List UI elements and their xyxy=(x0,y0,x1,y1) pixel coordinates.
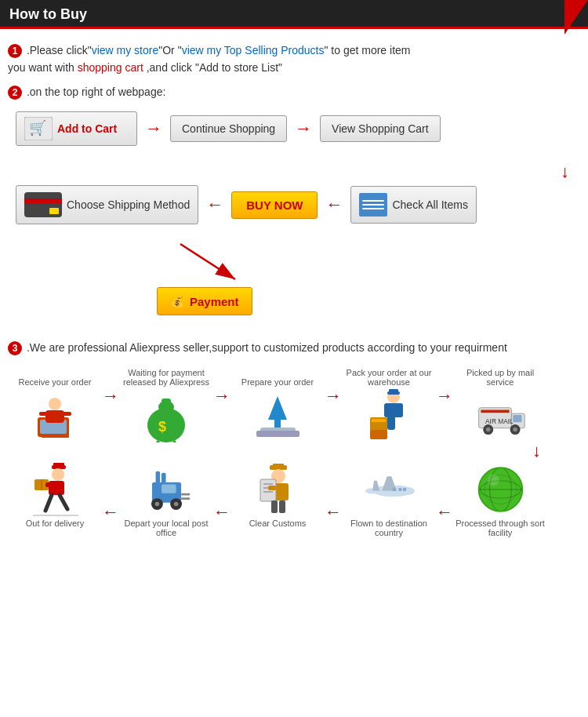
svg-rect-14 xyxy=(162,399,171,406)
payment-icon: 💰 xyxy=(170,294,185,308)
svg-rect-26 xyxy=(372,419,386,422)
continue-shopping-button[interactable]: Continue Shopping xyxy=(170,115,287,142)
svg-marker-73 xyxy=(372,481,379,491)
svg-rect-23 xyxy=(389,389,398,392)
proc-icon-10 xyxy=(475,464,526,515)
svg-rect-57 xyxy=(162,485,176,493)
step1-number: 1 xyxy=(8,44,22,58)
card-icon xyxy=(24,192,62,217)
svg-text:$: $ xyxy=(158,419,166,435)
step3-number: 3 xyxy=(8,341,22,355)
payment-button[interactable]: 💰 Payment xyxy=(157,287,252,315)
mail-truck-icon: AIR MAIL xyxy=(475,391,526,439)
process-cell-5: Picked up by mail service xyxy=(453,368,547,441)
step1-prefix: .Please click" xyxy=(27,44,92,56)
check-all-label: Check All Items xyxy=(392,198,467,211)
process-cell-8: Clear Customs xyxy=(230,464,325,537)
proc-bottom-5: Processed through sort facility xyxy=(453,519,547,537)
svg-rect-50 xyxy=(162,473,166,483)
svg-rect-31 xyxy=(513,415,521,422)
main-content: 1 .Please click"view my store"Or "view m… xyxy=(0,38,588,545)
flow-row1: 🛒 Add to Cart → Continue Shopping → View… xyxy=(16,111,580,146)
choose-shipping-button[interactable]: Choose Shipping Method xyxy=(16,185,198,224)
svg-point-8 xyxy=(49,398,61,410)
arrow-right-2: → xyxy=(295,118,312,139)
proc-label-1: Receive your order xyxy=(19,368,92,387)
svg-rect-36 xyxy=(481,410,509,413)
svg-line-17 xyxy=(174,441,177,442)
delivery-person-icon xyxy=(30,462,81,517)
svg-point-74 xyxy=(392,488,396,492)
step3-label: .We are professional Aliexpress seller,s… xyxy=(27,341,507,354)
proc-arrow-left-3: ← xyxy=(325,502,342,522)
proc-label-3: Prepare your order xyxy=(241,368,314,387)
svg-point-76 xyxy=(402,488,406,492)
svg-rect-66 xyxy=(268,486,276,490)
page-title: How to Buy xyxy=(9,6,87,23)
step1-line2b: ,and click "Add to store List" xyxy=(143,61,282,74)
list-icon xyxy=(359,193,387,217)
svg-point-40 xyxy=(52,468,64,481)
proc-arrow-left-4: ← xyxy=(436,502,453,522)
svg-point-75 xyxy=(398,488,402,492)
proc-icon-2: $ xyxy=(141,390,192,441)
list-line-3 xyxy=(362,208,384,209)
continue-shopping-label: Continue Shopping xyxy=(182,122,275,135)
process-cell-2: Waiting for payment released by Aliexpre… xyxy=(119,368,213,441)
svg-line-3 xyxy=(180,244,235,279)
page-header: How to Buy xyxy=(0,0,588,29)
payment-button-wrap: 💰 Payment xyxy=(157,287,252,315)
card-mini xyxy=(49,208,59,214)
svg-rect-6 xyxy=(42,435,69,438)
svg-line-45 xyxy=(45,495,52,511)
svg-marker-20 xyxy=(268,396,287,428)
proc-icon-1 xyxy=(30,390,81,441)
add-to-cart-button[interactable]: 🛒 Add to Cart xyxy=(16,111,137,146)
svg-rect-27 xyxy=(370,430,387,439)
check-all-button[interactable]: Check All Items xyxy=(350,186,476,224)
step1-end: " to get more item xyxy=(324,44,410,56)
link-view-store[interactable]: view my store xyxy=(92,44,159,56)
svg-point-35 xyxy=(513,428,517,432)
svg-rect-39 xyxy=(53,463,64,466)
proc-bottom-2: Depart your local post office xyxy=(119,519,213,537)
svg-rect-44 xyxy=(45,482,53,487)
diagonal-arrow-area xyxy=(16,240,580,287)
prepare-icon xyxy=(252,390,303,441)
airplane-icon xyxy=(364,466,415,513)
proc-label-4: Pack your order at our warehouse xyxy=(342,368,436,387)
svg-text:AIR MAIL: AIR MAIL xyxy=(485,417,514,425)
step2-text: 2 .on the top right of webpage: xyxy=(8,83,580,100)
proc-arrow-2: → xyxy=(213,386,230,406)
proc-label-5: Picked up by mail service xyxy=(453,368,547,387)
proc-label-2: Waiting for payment released by Aliexpre… xyxy=(119,368,213,387)
money-bag-icon: $ xyxy=(141,388,192,442)
diagonal-arrow-svg xyxy=(172,240,329,287)
view-cart-button[interactable]: View Shopping Cart xyxy=(320,115,440,142)
svg-line-16 xyxy=(155,441,158,442)
flow-diagram: 🛒 Add to Cart → Continue Shopping → View… xyxy=(8,111,580,315)
svg-rect-9 xyxy=(45,410,64,423)
process-row1: Receive your order xyxy=(8,368,580,441)
svg-rect-59 xyxy=(273,464,284,467)
buy-now-button[interactable]: BUY NOW xyxy=(231,191,318,219)
list-line-1 xyxy=(362,200,384,202)
svg-rect-55 xyxy=(181,493,190,496)
proc-bottom-3: Clear Customs xyxy=(249,519,307,537)
proc-bottom-1: Out for delivery xyxy=(26,519,85,537)
down-arrow-right: ↓ xyxy=(8,162,569,182)
process-cell-6: Out for delivery xyxy=(8,464,102,537)
process-row2: Out for delivery ← xyxy=(8,464,580,537)
proc-icon-8 xyxy=(252,464,303,515)
svg-rect-68 xyxy=(279,500,285,513)
proc-icon-4 xyxy=(364,390,415,441)
link-top-selling[interactable]: view my Top Selling Products xyxy=(182,44,325,56)
svg-rect-56 xyxy=(181,497,190,500)
proc-bottom-4: Flown to destination country xyxy=(342,519,436,537)
arrow-left-2: ← xyxy=(325,195,343,215)
svg-rect-67 xyxy=(271,500,278,513)
proc-arrow-3: → xyxy=(325,386,342,406)
forklift-icon xyxy=(141,462,192,517)
proc-icon-3 xyxy=(252,390,303,441)
process-cell-7: Depart your local post office xyxy=(119,464,213,537)
